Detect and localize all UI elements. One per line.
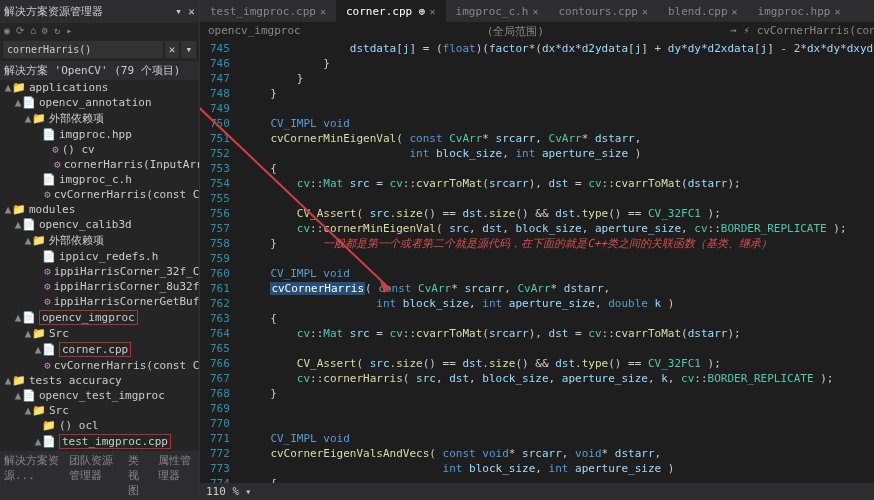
- close-icon[interactable]: ✕: [732, 6, 738, 17]
- tree-node[interactable]: ▲📄test_imgproc.cpp: [0, 433, 199, 450]
- editor-tab[interactable]: imgproc.hpp✕: [748, 0, 851, 22]
- toolbar-row[interactable]: ◉ ⟳ ⌂ ⚙ ↻ ▸: [0, 23, 199, 38]
- sidebar-title: 解决方案资源管理器: [4, 4, 175, 19]
- editor-tab[interactable]: corner.cpp ⊕✕: [336, 0, 446, 22]
- search-clear-icon[interactable]: ✕: [165, 41, 180, 58]
- close-icon[interactable]: ✕: [532, 6, 538, 17]
- search-input[interactable]: [3, 41, 163, 58]
- tree-view[interactable]: ▲📁applications▲📄opencv_annotation▲📁外部依赖项…: [0, 80, 199, 451]
- breadcrumb[interactable]: opencv_imgproc (全局范围) → ⚡ cvCornerHarris…: [200, 22, 874, 41]
- tree-node[interactable]: ▲📄opencv_calib3d: [0, 217, 199, 232]
- tree-node[interactable]: ▲📁applications: [0, 80, 199, 95]
- tree-node[interactable]: ⚙cvCornerHarris(const CvArr *, Cv: [0, 187, 199, 202]
- tab-solution[interactable]: 解决方案资源...: [4, 453, 61, 498]
- tree-node[interactable]: ⚙cornerHarris(InputArray, Outp: [0, 157, 199, 172]
- tab-team[interactable]: 团队资源管理器: [69, 453, 120, 498]
- editor-tab[interactable]: test_imgproc.cpp✕: [200, 0, 336, 22]
- line-gutter: 7457467477487497507517527537547557567577…: [200, 41, 240, 483]
- search-options-icon[interactable]: ▾: [181, 41, 196, 58]
- tree-node[interactable]: ⚙ippiHarrisCorner_32f_C1R: [0, 264, 199, 279]
- tab-props[interactable]: 属性管理器: [158, 453, 195, 498]
- tree-node[interactable]: ▲📄opencv_test_imgproc: [0, 388, 199, 403]
- sidebar-header: 解决方案资源管理器 ▾ ✕: [0, 0, 199, 23]
- code-editor[interactable]: 7457467477487497507517527537547557567577…: [200, 41, 874, 483]
- status-zoom[interactable]: 110 % ▾: [200, 483, 874, 500]
- tree-node[interactable]: 📄ippicv_redefs.h: [0, 249, 199, 264]
- tree-node[interactable]: ▲📄corner.cpp: [0, 341, 199, 358]
- editor-tabs[interactable]: test_imgproc.cpp✕corner.cpp ⊕✕imgproc_c.…: [200, 0, 874, 22]
- tree-node[interactable]: ▲📁Src: [0, 326, 199, 341]
- editor-tab[interactable]: imgproc_c.h✕: [446, 0, 549, 22]
- editor-tab[interactable]: contours.cpp✕: [548, 0, 658, 22]
- tree-node[interactable]: ▲📁外部依赖项: [0, 232, 199, 249]
- tab-class[interactable]: 类视图: [128, 453, 150, 498]
- close-icon[interactable]: ✕: [320, 6, 326, 17]
- tree-node[interactable]: ⚙ippiHarrisCorner_8u32f_C1R: [0, 279, 199, 294]
- tree-node[interactable]: 📁() ocl: [0, 418, 199, 433]
- tree-node[interactable]: ▲📁Src: [0, 403, 199, 418]
- tree-node[interactable]: ⚙() cv: [0, 142, 199, 157]
- tree-node[interactable]: ▲📁外部依赖项: [0, 110, 199, 127]
- tree-node[interactable]: ▲📁modules: [0, 202, 199, 217]
- tree-node[interactable]: ▲📄opencv_annotation: [0, 95, 199, 110]
- tree-node[interactable]: ▲📁tests accuracy: [0, 373, 199, 388]
- tree-node[interactable]: 📄imgproc_c.h: [0, 172, 199, 187]
- tree-node[interactable]: ⚙cvCornerHarris(const CvArr *, Cv: [0, 358, 199, 373]
- solution-node[interactable]: 解决方案 'OpenCV' (79 个项目): [0, 61, 199, 80]
- solution-explorer: 解决方案资源管理器 ▾ ✕ ◉ ⟳ ⌂ ⚙ ↻ ▸ ✕ ▾ 解决方案 'Open…: [0, 0, 200, 500]
- close-icon[interactable]: ✕: [834, 6, 840, 17]
- editor-tab[interactable]: blend.cpp✕: [658, 0, 748, 22]
- sidebar-tabs[interactable]: 解决方案资源... 团队资源管理器 类视图 属性管理器: [0, 451, 199, 500]
- pin-icon[interactable]: ▾ ✕: [175, 5, 195, 18]
- tree-node[interactable]: ▲📄opencv_imgproc: [0, 309, 199, 326]
- close-icon[interactable]: ✕: [429, 6, 435, 17]
- tree-node[interactable]: 📄imgproc.hpp: [0, 127, 199, 142]
- tree-node[interactable]: ⚙ippiHarrisCornerGetBufferSize: [0, 294, 199, 309]
- code-body[interactable]: dstdata[j] = (float)(factor*(dx*dx*d2yda…: [240, 41, 874, 483]
- close-icon[interactable]: ✕: [642, 6, 648, 17]
